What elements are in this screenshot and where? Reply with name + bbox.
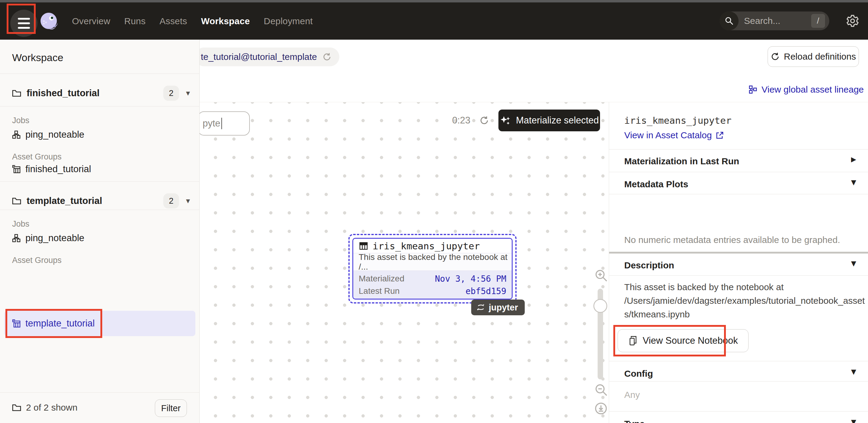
sidebar-job-ping-noteable[interactable]: ping_noteable (12, 129, 84, 140)
section-description[interactable]: Description (624, 260, 674, 271)
zoom-slider-handle[interactable] (593, 299, 607, 313)
asset-node-iris-kmeans-jupyter[interactable]: iris_kmeans_jupyter This asset is backed… (348, 234, 517, 303)
group-count-badge: 2 (163, 86, 179, 101)
repo-location-pill[interactable]: te_tutorial@tutorial_template (195, 48, 339, 66)
job-graph-icon (12, 130, 21, 139)
asset-groups-heading: Asset Groups (12, 256, 62, 265)
sidebar-title: Workspace (12, 52, 63, 64)
materialize-selected-button[interactable]: Materialize selected (498, 110, 600, 131)
refresh-timer: 0:23 (452, 115, 470, 126)
external-link-icon (716, 131, 724, 140)
dagster-logo-icon[interactable] (39, 12, 59, 33)
filter-button[interactable]: Filter (155, 399, 187, 417)
asset-graph-canvas[interactable]: pyte 0:23 Materialize selected (199, 102, 609, 423)
zoom-slider[interactable] (598, 289, 603, 380)
shown-count: 2 of 2 shown (12, 402, 78, 413)
jobs-heading: Jobs (12, 219, 29, 229)
nav-deployment[interactable]: Deployment (264, 16, 313, 26)
window-edge-strip (0, 0, 868, 2)
group-count-badge: 2 (163, 193, 179, 209)
table-icon (359, 241, 368, 251)
asset-node-card: iris_kmeans_jupyter This asset is backed… (352, 238, 513, 300)
jobs-heading: Jobs (12, 116, 29, 125)
main-content: te_tutorial@tutorial_template Reload def… (199, 40, 868, 423)
section-type[interactable]: Type (624, 419, 645, 423)
latest-run-link[interactable]: ebf5d159 (465, 286, 506, 296)
zoom-out-icon[interactable] (594, 383, 608, 396)
asset-group-table-icon (12, 319, 21, 328)
asset-node-header: iris_kmeans_jupyter (353, 239, 512, 253)
refresh-icon (771, 52, 780, 61)
workspace-sidebar: Workspace finished_tutorial 2 ▼ Jobs pin… (0, 40, 199, 423)
folder-icon (12, 404, 21, 412)
nav-overview[interactable]: Overview (72, 16, 111, 26)
sparkle-icon (500, 114, 512, 126)
sidebar-asset-group-template-tutorial-selected[interactable]: template_tutorial (4, 311, 195, 336)
chevron-down-icon[interactable]: ▼ (186, 90, 190, 96)
section-config[interactable]: Config (624, 368, 653, 379)
asset-details-panel: iris_kmeans_jupyter View in Asset Catalo… (609, 102, 868, 423)
search-shortcut-badge: / (811, 14, 825, 28)
lineage-icon (748, 85, 757, 94)
download-icon[interactable] (594, 402, 608, 415)
asset-group-table-icon (12, 165, 21, 173)
chevron-right-icon[interactable]: ▶ (851, 155, 856, 163)
chevron-down-icon[interactable]: ▼ (851, 260, 856, 267)
refresh-icon[interactable] (479, 116, 489, 125)
config-value: Any (624, 390, 640, 400)
text-cursor (221, 118, 222, 129)
search-input[interactable] (739, 16, 811, 26)
folder-icon (12, 197, 21, 205)
asset-node-stats: Materialized Nov 3, 4:56 PM Latest Run e… (353, 271, 512, 299)
panel-asset-title: iris_kmeans_jupyter (624, 115, 732, 126)
sidebar-footer: 2 of 2 shown Filter (0, 392, 199, 423)
reload-definitions-button[interactable]: Reload definitions (768, 46, 859, 67)
zoom-in-icon[interactable] (594, 269, 608, 282)
notebook-copy-icon (628, 336, 638, 346)
metadata-empty-text: No numeric metadata entries available to… (624, 235, 840, 245)
folder-icon (12, 89, 21, 97)
refresh-icon[interactable] (322, 52, 332, 61)
sidebar-group-finished-tutorial[interactable]: finished_tutorial 2 ▼ (0, 80, 199, 106)
section-materialization-last-run[interactable]: Materialization in Last Run (624, 156, 739, 167)
sidebar-job-ping-noteable[interactable]: ping_noteable (12, 233, 84, 244)
gear-icon[interactable] (846, 14, 860, 28)
asset-groups-heading: Asset Groups (12, 152, 62, 161)
chevron-down-icon[interactable]: ▼ (186, 198, 190, 204)
asset-node-description: This asset is backed by the notebook at … (353, 253, 512, 271)
graph-filter-tag-input[interactable]: pyte (199, 111, 250, 135)
sidebar-asset-group-finished-tutorial[interactable]: finished_tutorial (12, 164, 91, 175)
sidebar-group-template-tutorial[interactable]: template_tutorial 2 ▼ (0, 188, 199, 214)
jupyter-tag[interactable]: jupyter (471, 300, 525, 315)
view-global-asset-lineage-link[interactable]: View global asset lineage (748, 84, 864, 95)
materialized-timestamp[interactable]: Nov 3, 4:56 PM (435, 274, 506, 284)
dagster-app: Overview Runs Assets Workspace Deploymen… (0, 0, 868, 423)
section-metadata-plots[interactable]: Metadata Plots (624, 179, 688, 189)
top-nav-bar: Overview Runs Assets Workspace Deploymen… (0, 2, 868, 40)
nav-assets[interactable]: Assets (159, 16, 187, 26)
main-nav: Overview Runs Assets Workspace Deploymen… (72, 2, 313, 40)
hamburger-menu-button[interactable] (10, 10, 37, 37)
chevron-down-icon[interactable]: ▼ (851, 179, 856, 186)
jupyter-icon (476, 303, 486, 312)
view-source-notebook-button[interactable]: View Source Notebook (618, 329, 748, 352)
chevron-down-icon[interactable]: ▼ (851, 418, 856, 423)
chevron-down-icon[interactable]: ▼ (851, 368, 856, 375)
view-in-asset-catalog-link[interactable]: View in Asset Catalog (624, 130, 724, 141)
section-separator (609, 252, 868, 253)
search-icon (720, 11, 739, 30)
job-graph-icon (12, 234, 21, 242)
nav-workspace[interactable]: Workspace (201, 16, 250, 26)
search-bar[interactable]: / (720, 11, 829, 30)
description-text: This asset is backed by the notebook at … (624, 280, 866, 321)
nav-runs[interactable]: Runs (124, 16, 146, 26)
